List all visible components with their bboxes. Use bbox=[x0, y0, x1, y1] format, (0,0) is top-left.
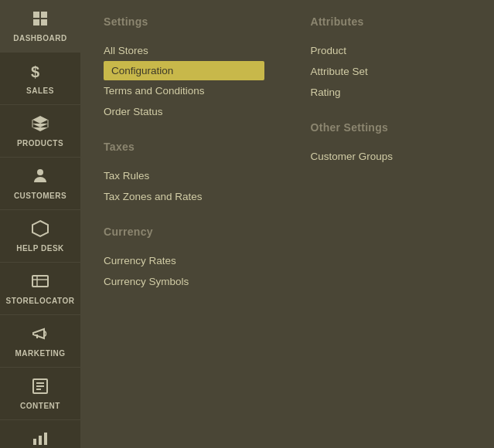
svg-marker-6 bbox=[32, 221, 48, 236]
svg-rect-3 bbox=[41, 19, 47, 25]
sidebar-item-dashboard-label: DASHBOARD bbox=[13, 34, 67, 43]
sidebar-item-content[interactable]: CONTENT bbox=[0, 368, 80, 420]
storelocator-icon bbox=[31, 272, 49, 294]
svg-rect-12 bbox=[33, 439, 36, 445]
product-link[interactable]: Product bbox=[311, 40, 472, 61]
helpdesk-icon bbox=[31, 219, 49, 241]
svg-rect-7 bbox=[32, 276, 48, 287]
customers-icon bbox=[31, 167, 49, 188]
other-settings-title: Other Settings bbox=[311, 121, 472, 134]
tax-zones-rates-link[interactable]: Tax Zones and Rates bbox=[104, 186, 264, 207]
sidebar-item-products[interactable]: PRODUCTS bbox=[0, 105, 80, 158]
currency-symbols-link[interactable]: Currency Symbols bbox=[104, 271, 264, 292]
taxes-section: Taxes Tax Rules Tax Zones and Rates bbox=[104, 141, 264, 207]
attributes-section: Attributes Product Attribute Set Rating bbox=[311, 15, 472, 103]
customer-groups-link[interactable]: Customer Groups bbox=[311, 146, 472, 167]
all-stores-link[interactable]: All Stores bbox=[104, 40, 264, 61]
sidebar-item-sales-label: SALES bbox=[26, 87, 54, 96]
content-icon bbox=[31, 377, 49, 399]
sidebar-item-marketing-label: MARKETING bbox=[15, 349, 65, 358]
other-settings-section: Other Settings Customer Groups bbox=[311, 121, 472, 167]
sidebar-item-customers-label: CUSTOMERS bbox=[14, 192, 66, 201]
svg-rect-11 bbox=[36, 389, 41, 390]
sidebar-item-products-label: PRODUCTS bbox=[17, 139, 63, 148]
attributes-title: Attributes bbox=[311, 15, 472, 28]
svg-rect-13 bbox=[39, 436, 42, 445]
sidebar-item-storelocator-label: STORELOCATOR bbox=[6, 297, 75, 306]
sidebar-item-sales[interactable]: $ SALES bbox=[0, 53, 80, 105]
settings-section: Settings All Stores Configuration Terms … bbox=[104, 15, 264, 122]
sidebar-item-marketing[interactable]: MARKETING bbox=[0, 315, 80, 368]
attribute-set-link[interactable]: Attribute Set bbox=[311, 61, 472, 82]
sidebar-item-customers[interactable]: CUSTOMERS bbox=[0, 158, 80, 210]
taxes-title: Taxes bbox=[104, 141, 264, 153]
currency-rates-link[interactable]: Currency Rates bbox=[104, 250, 264, 271]
currency-title: Currency bbox=[104, 226, 264, 238]
svg-rect-10 bbox=[36, 385, 44, 387]
svg-rect-1 bbox=[41, 12, 47, 18]
settings-title: Settings bbox=[104, 15, 264, 28]
dashboard-icon bbox=[31, 9, 49, 31]
order-status-link[interactable]: Order Status bbox=[104, 101, 264, 122]
sidebar-item-reports[interactable]: REPORTS bbox=[0, 420, 80, 448]
svg-rect-14 bbox=[44, 433, 47, 445]
left-column: Settings All Stores Configuration Terms … bbox=[104, 15, 264, 433]
svg-rect-0 bbox=[33, 12, 39, 18]
right-column: Attributes Product Attribute Set Rating … bbox=[311, 15, 472, 433]
reports-icon bbox=[31, 429, 49, 449]
currency-section: Currency Currency Rates Currency Symbols bbox=[104, 226, 264, 292]
sidebar-item-helpdesk[interactable]: HELP DESK bbox=[0, 210, 80, 263]
sidebar: DASHBOARD $ SALES PRODUCTS CUSTOMERS HEL… bbox=[0, 0, 80, 448]
marketing-icon bbox=[31, 324, 49, 346]
configuration-link[interactable]: Configuration bbox=[104, 61, 264, 80]
sidebar-item-storelocator[interactable]: STORELOCATOR bbox=[0, 263, 80, 315]
rating-link[interactable]: Rating bbox=[311, 82, 472, 103]
sidebar-item-content-label: CONTENT bbox=[20, 402, 60, 411]
products-icon bbox=[31, 114, 49, 136]
tax-rules-link[interactable]: Tax Rules bbox=[104, 165, 264, 186]
main-content: Settings All Stores Configuration Terms … bbox=[80, 0, 494, 448]
svg-point-5 bbox=[37, 169, 43, 175]
terms-conditions-link[interactable]: Terms and Conditions bbox=[104, 80, 264, 101]
sidebar-item-dashboard[interactable]: DASHBOARD bbox=[0, 0, 80, 53]
svg-rect-9 bbox=[36, 382, 44, 384]
sidebar-item-helpdesk-label: HELP DESK bbox=[16, 244, 64, 253]
sales-icon: $ bbox=[31, 62, 49, 83]
svg-text:$: $ bbox=[31, 63, 40, 80]
svg-rect-2 bbox=[33, 19, 39, 25]
